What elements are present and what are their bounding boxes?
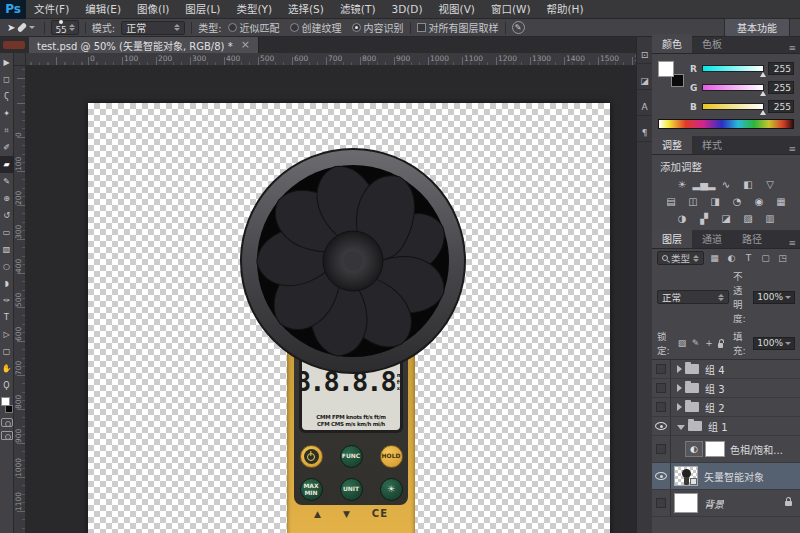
blue-value[interactable]: 255 <box>768 100 794 113</box>
exposure-icon[interactable]: ◧ <box>739 177 758 192</box>
foreground-color-swatch[interactable] <box>658 61 674 77</box>
workspace-switcher-button[interactable]: 基本功能 <box>724 18 790 37</box>
screen-mode-button[interactable] <box>1 431 13 440</box>
panel-color-swatches[interactable] <box>658 61 684 87</box>
canvas-transparent[interactable]: ◔ HOLD VEL FLOW AREA SLOW FAST MAX MIN <box>88 103 610 533</box>
path-selection-tool[interactable]: ▷ <box>0 326 14 343</box>
layer-mask-thumbnail[interactable] <box>705 441 725 457</box>
brush-size-picker[interactable]: 55 <box>51 20 78 35</box>
move-tool[interactable]: ▶ <box>0 54 14 71</box>
lasso-tool[interactable]: Ϛ <box>0 88 14 105</box>
tab-swatches[interactable]: 色板 <box>692 34 732 53</box>
horizontal-ruler[interactable]: 0100200300400500600700800900100011001200… <box>26 53 636 66</box>
zoom-tool[interactable]: Ϙ <box>0 377 14 394</box>
layer-name[interactable]: 组 1 <box>708 419 728 434</box>
green-value[interactable]: 255 <box>768 81 794 94</box>
photo-filter-icon[interactable]: ◔ <box>728 194 747 209</box>
lock-all-icon[interactable] <box>718 343 723 348</box>
panel-menu-icon[interactable]: ≡ <box>788 144 796 154</box>
menu-item[interactable]: 图像(I) <box>129 0 177 19</box>
filter-adjustment-layers-icon[interactable]: ◐ <box>725 253 738 263</box>
layer-row-group2[interactable]: 组 2 <box>652 398 800 417</box>
disclosure-closed-icon[interactable] <box>677 365 682 373</box>
visibility-toggle[interactable] <box>652 417 671 435</box>
properties-panel-icon[interactable]: ◪ <box>637 73 652 90</box>
layer-row-group1[interactable]: 组 1 <box>652 417 800 436</box>
layer-name[interactable]: 矢量智能对象 <box>704 469 764 484</box>
visibility-toggle[interactable] <box>652 360 671 378</box>
threshold-icon[interactable]: ◪ <box>717 211 736 226</box>
filter-smart-object-icon[interactable]: ◳ <box>776 253 789 263</box>
layer-row-group4[interactable]: 组 4 <box>652 360 800 379</box>
radio-content-aware[interactable]: 内容识别 <box>352 20 404 35</box>
menu-item[interactable]: 选择(S) <box>280 0 332 19</box>
red-value[interactable]: 255 <box>768 62 794 75</box>
layer-name[interactable]: 组 4 <box>705 362 725 377</box>
slider-marker[interactable] <box>760 91 766 96</box>
menu-item[interactable]: 3D(D) <box>383 0 430 19</box>
brush-tool[interactable]: ✎ <box>0 173 14 190</box>
layer-row-smart-object[interactable]: 矢量智能对象 <box>652 463 800 490</box>
smart-object-thumbnail[interactable] <box>674 466 698 486</box>
pen-tool[interactable]: ✑ <box>0 292 14 309</box>
dodge-tool[interactable]: ◗ <box>0 275 14 292</box>
menu-item[interactable]: 滤镜(T) <box>332 0 384 19</box>
type-tool[interactable]: T <box>0 309 14 326</box>
blue-slider[interactable] <box>702 103 764 110</box>
curves-icon[interactable]: ∿ <box>717 177 736 192</box>
filter-pixel-layers-icon[interactable]: ▦ <box>708 253 721 263</box>
menu-item[interactable]: 类型(Y) <box>228 0 280 19</box>
quick-mask-button[interactable] <box>1 418 13 427</box>
channel-mixer-icon[interactable]: ◉ <box>750 194 769 209</box>
radio-proximity-match[interactable]: 近似匹配 <box>228 20 280 35</box>
layer-row-group3[interactable]: 组 3 <box>652 379 800 398</box>
red-slider[interactable] <box>702 65 764 72</box>
menu-item[interactable]: 视图(V) <box>431 0 483 19</box>
hand-tool[interactable]: ✋ <box>0 360 14 377</box>
close-tab-icon[interactable]: × <box>241 40 250 50</box>
color-swatches[interactable] <box>0 396 14 414</box>
sample-all-layers-option[interactable]: 对所有图层取样 <box>417 20 499 35</box>
tab-channels[interactable]: 通道 <box>692 229 732 248</box>
disclosure-closed-icon[interactable] <box>677 384 682 392</box>
menu-item[interactable]: 帮助(H) <box>539 0 592 19</box>
lock-pixels-icon[interactable]: ✎ <box>691 338 701 348</box>
layer-name[interactable]: 色相/饱和... <box>730 442 783 457</box>
opacity-value[interactable]: 100% <box>753 291 795 304</box>
layer-name[interactable]: 组 2 <box>705 400 725 415</box>
pasteboard[interactable]: ◔ HOLD VEL FLOW AREA SLOW FAST MAX MIN <box>26 66 636 533</box>
invert-icon[interactable]: ◑ <box>673 211 692 226</box>
spot-healing-brush-tool[interactable]: ▰ <box>0 156 14 173</box>
history-brush-tool[interactable]: ↺ <box>0 207 14 224</box>
hue-saturation-icon[interactable]: ▤ <box>662 194 681 209</box>
menu-item[interactable]: 图层(L) <box>177 0 228 19</box>
color-balance-icon[interactable]: ◫ <box>684 194 703 209</box>
gradient-tool[interactable]: ▧ <box>0 241 14 258</box>
radio-create-texture[interactable]: 创建纹理 <box>290 20 342 35</box>
gradient-map-icon[interactable]: ▥ <box>761 211 780 226</box>
background-color-swatch[interactable] <box>5 405 13 413</box>
posterize-icon[interactable]: ▞ <box>695 211 714 226</box>
filter-kind-select[interactable]: 类型 <box>657 251 704 265</box>
visibility-toggle[interactable] <box>652 379 671 397</box>
black-white-icon[interactable]: ◨ <box>706 194 725 209</box>
tab-color[interactable]: 颜色 <box>652 34 692 53</box>
visibility-toggle[interactable] <box>652 398 671 416</box>
eyedropper-tool[interactable]: ✐ <box>0 139 14 156</box>
tab-styles[interactable]: 样式 <box>692 135 732 154</box>
vibrance-icon[interactable]: ▽ <box>761 177 780 192</box>
layer-name[interactable]: 背景 <box>704 496 724 511</box>
levels-icon[interactable]: ▂▅▂ <box>695 177 714 192</box>
visibility-toggle[interactable] <box>652 436 671 462</box>
quick-selection-tool[interactable]: ✦ <box>0 105 14 122</box>
ruler-origin-corner[interactable] <box>14 53 26 66</box>
slider-marker[interactable] <box>760 72 766 77</box>
brush-size-spinner[interactable] <box>69 24 75 31</box>
green-slider[interactable] <box>702 84 764 91</box>
menu-item[interactable]: 编辑(E) <box>77 0 129 19</box>
blend-mode-select[interactable]: 正常 <box>657 290 729 304</box>
color-spectrum-ramp[interactable] <box>658 119 794 129</box>
character-panel-icon[interactable]: A <box>637 99 652 116</box>
tool-preset-picker[interactable]: ➤ <box>4 22 38 33</box>
color-lookup-icon[interactable]: ▦ <box>772 194 791 209</box>
